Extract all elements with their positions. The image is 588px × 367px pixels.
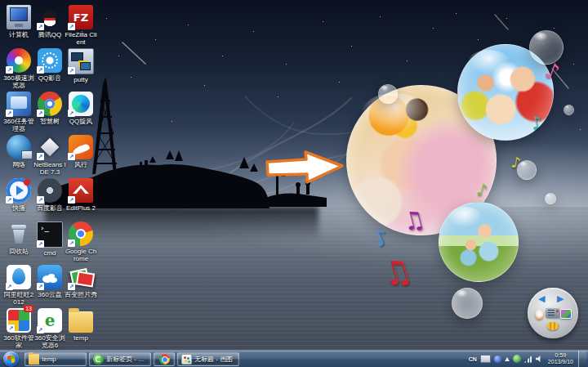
qq-icon: ↗ bbox=[38, 5, 62, 29]
taskbar-button-chrome-small[interactable] bbox=[154, 352, 175, 366]
volume-icon[interactable] bbox=[536, 356, 543, 363]
desktop-icon-zhihuishu[interactable]: ↗智慧树 bbox=[35, 92, 65, 125]
baidu-player-icon: ↗ bbox=[38, 178, 62, 203]
icon-label: 回收站 bbox=[2, 248, 35, 255]
previous-arrow-icon[interactable]: ◀ bbox=[538, 294, 545, 303]
wallpaper-switcher-gadget[interactable]: ◀ ▶ bbox=[528, 288, 578, 338]
desktop-icon-qq-player[interactable]: ↗QQ影音 bbox=[35, 48, 65, 82]
icon-label: 360软件管家 bbox=[2, 334, 35, 349]
task-manager-icon: ↗ bbox=[7, 92, 31, 116]
shortcut-arrow-icon: ↗ bbox=[37, 196, 44, 204]
desktop-icon-qq[interactable]: ↗腾讯QQ bbox=[35, 5, 65, 38]
desktop-icon-editplus[interactable]: ↗EditPlus 2 bbox=[66, 178, 96, 212]
desktop-icon-cmd[interactable]: ↗cmd bbox=[35, 222, 65, 257]
desktop-icon-putty[interactable]: ↗putty bbox=[66, 48, 96, 83]
recycle-bin-icon bbox=[7, 222, 31, 246]
desktop-icon-filezilla[interactable]: ↗FileZilla Client bbox=[66, 5, 96, 46]
icon-label: 百度影音 bbox=[33, 204, 66, 212]
desktop-icon-speed-browser[interactable]: ↗360极速浏览器 bbox=[4, 48, 33, 89]
taskbar-button-label: 无标题 - 画图 bbox=[194, 355, 233, 364]
desktop-icon-cloud-360[interactable]: ↗360云盘 bbox=[35, 265, 65, 298]
taskbar: temp新标签页 - 360安...无标题 - 画图 CN 0:59 2013/… bbox=[0, 350, 588, 367]
annotation-arrow bbox=[264, 147, 345, 191]
shortcut-arrow-icon: ↗ bbox=[37, 326, 44, 333]
shortcut-arrow-icon: ↗ bbox=[68, 239, 75, 247]
icon-label: 阿里旺旺2012 bbox=[2, 291, 35, 306]
shortcut-arrow-icon: ↗ bbox=[37, 240, 44, 248]
gallery-icon[interactable] bbox=[560, 309, 572, 319]
qq-xuanfeng-icon: ↗ bbox=[69, 92, 93, 116]
desktop-icon-netbeans[interactable]: ↗NetBeans IDE 7.3 bbox=[35, 135, 65, 176]
icon-label: QQ旋风 bbox=[65, 118, 97, 125]
network-icon[interactable] bbox=[524, 356, 532, 363]
paint-small-icon bbox=[181, 354, 192, 365]
se-360-icon: ↗ bbox=[38, 308, 62, 333]
desktop-icon-wangwang[interactable]: ↗阿里旺旺2012 bbox=[4, 265, 33, 306]
desktop-icon-soft-manager[interactable]: ↗360软件管家 bbox=[4, 308, 33, 349]
icon-label: 360安全浏览器6 bbox=[33, 334, 66, 349]
shortcut-arrow-icon: ↗ bbox=[7, 324, 15, 332]
cmd-icon: ↗ bbox=[37, 222, 63, 248]
icon-label: cmd bbox=[33, 249, 66, 257]
icon-label: EditPlus 2 bbox=[65, 204, 97, 212]
language-indicator[interactable]: CN bbox=[469, 356, 477, 362]
chrome-small-icon bbox=[159, 354, 170, 365]
taskbar-button-se360-small[interactable]: 新标签页 - 360安... bbox=[89, 352, 151, 366]
qq-player-icon: ↗ bbox=[38, 48, 62, 73]
network-icon bbox=[7, 135, 31, 159]
desktop-icon-baidu-player[interactable]: ↗百度影音 bbox=[35, 178, 65, 212]
desktop-icon-chrome[interactable]: ↗Google Chrome bbox=[66, 222, 96, 262]
desktop-icon-computer[interactable]: 计算机 bbox=[4, 5, 33, 38]
icon-label: 腾讯QQ bbox=[33, 31, 66, 38]
show-desktop-button[interactable] bbox=[578, 351, 586, 367]
desktop-icon-photo-show[interactable]: ↗百变照片秀 bbox=[66, 265, 96, 298]
taskbar-button-paint-small[interactable]: 无标题 - 画图 bbox=[177, 352, 239, 366]
desktop-icon-network[interactable]: 网络 bbox=[4, 135, 33, 168]
funshion-icon: ↗ bbox=[69, 135, 93, 159]
system-tray: CN 0:59 2013/9/10 bbox=[469, 351, 588, 367]
hand-pointer-icon[interactable] bbox=[535, 309, 544, 320]
tray-icons bbox=[480, 355, 543, 363]
se360-small-icon bbox=[93, 354, 104, 365]
desktop-icon-folder[interactable]: temp bbox=[66, 308, 96, 342]
icon-label: 网络 bbox=[2, 161, 35, 168]
icon-label: temp bbox=[65, 334, 97, 342]
folder-small-icon bbox=[29, 354, 39, 365]
im-icon[interactable] bbox=[494, 356, 501, 363]
start-button[interactable] bbox=[3, 351, 19, 367]
clock-date: 2013/9/10 bbox=[548, 359, 573, 365]
taskbar-buttons: temp新标签页 - 360安...无标题 - 画图 bbox=[24, 351, 239, 367]
icon-label: 计算机 bbox=[2, 31, 35, 38]
shortcut-arrow-icon: ↗ bbox=[6, 196, 13, 204]
desktop-icon-qvod[interactable]: ↗快播 bbox=[4, 178, 33, 212]
desktop-icon-task-manager[interactable]: ↗360任务管理器 bbox=[4, 92, 33, 132]
shortcut-arrow-icon: ↗ bbox=[6, 283, 13, 290]
desktop-icon-funshion[interactable]: ↗风行 bbox=[66, 135, 96, 168]
shortcut-arrow-icon: ↗ bbox=[68, 283, 75, 290]
shortcut-arrow-icon: ↗ bbox=[68, 67, 75, 74]
shortcut-arrow-icon: ↗ bbox=[6, 66, 13, 74]
desktop-icon-qq-xuanfeng[interactable]: ↗QQ旋风 bbox=[66, 92, 96, 125]
keyboard-icon[interactable] bbox=[480, 355, 491, 363]
photo-show-icon: ↗ bbox=[69, 265, 93, 289]
gadget-menu-button[interactable] bbox=[546, 307, 560, 318]
desktop-icon-se-360[interactable]: ↗360安全浏览器6 bbox=[35, 308, 65, 349]
next-arrow-icon[interactable]: ▶ bbox=[557, 294, 564, 303]
icon-label: 风行 bbox=[65, 161, 97, 168]
icon-label: FileZilla Client bbox=[65, 31, 97, 46]
computer-icon bbox=[7, 5, 31, 29]
safety-360-icon[interactable] bbox=[513, 355, 521, 363]
empty-bubble bbox=[545, 193, 556, 204]
tray-clock[interactable]: 0:59 2013/9/10 bbox=[548, 352, 573, 365]
shortcut-arrow-icon: ↗ bbox=[6, 110, 13, 117]
shell-icon[interactable] bbox=[547, 322, 559, 330]
hidden-arrow-icon[interactable] bbox=[505, 357, 510, 361]
empty-bubble bbox=[564, 105, 574, 115]
putty-icon: ↗ bbox=[68, 48, 94, 74]
taskbar-button-folder-small[interactable]: temp bbox=[24, 352, 87, 366]
desktop-icon-recycle-bin[interactable]: 回收站 bbox=[4, 222, 33, 255]
soft-manager-icon: ↗ bbox=[7, 308, 31, 333]
cloud-360-icon: ↗ bbox=[38, 265, 62, 289]
empty-bubble bbox=[452, 288, 483, 319]
speed-browser-icon: ↗ bbox=[7, 48, 31, 73]
